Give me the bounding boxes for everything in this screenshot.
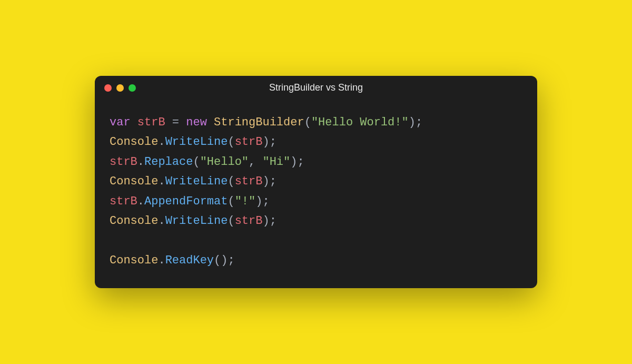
code-block: var strB = new StringBuilder("Hello Worl… xyxy=(95,100,537,288)
code-token: WriteLine xyxy=(165,135,228,149)
code-token: ); xyxy=(262,175,276,188)
code-token: ( xyxy=(228,214,234,228)
code-token: AppendFormat xyxy=(144,195,228,208)
code-window: StringBuilder vs String var strB = new S… xyxy=(95,76,537,288)
code-token: ( xyxy=(228,175,234,188)
code-line: strB.Replace("Hello", "Hi"); xyxy=(110,152,522,172)
code-token: "Hello World!" xyxy=(311,116,409,129)
code-token: . xyxy=(158,214,165,228)
code-token xyxy=(207,116,214,129)
code-line: Console.WriteLine(strB); xyxy=(110,172,522,191)
code-token: . xyxy=(158,254,165,267)
code-token: strB xyxy=(110,195,137,208)
zoom-icon[interactable] xyxy=(129,84,136,92)
code-token: WriteLine xyxy=(165,214,228,228)
code-line: Console.WriteLine(strB); xyxy=(110,211,522,231)
code-token: ( xyxy=(193,155,200,169)
code-token: "Hi" xyxy=(262,155,290,169)
code-token: ); xyxy=(290,155,304,169)
code-token: . xyxy=(137,155,144,169)
code-token: (); xyxy=(214,254,235,267)
code-token: , xyxy=(249,155,262,169)
code-token: strB xyxy=(110,155,137,169)
code-token: . xyxy=(158,135,165,149)
code-token: Console xyxy=(110,214,158,228)
code-token: ); xyxy=(262,214,276,228)
code-token: Console xyxy=(110,254,158,267)
titlebar: StringBuilder vs String xyxy=(95,76,537,100)
code-token: new xyxy=(186,116,207,129)
code-token: ( xyxy=(228,195,234,208)
code-token: ReadKey xyxy=(165,254,214,267)
code-token: Console xyxy=(110,175,158,188)
code-line: Console.ReadKey(); xyxy=(110,251,522,270)
code-token: WriteLine xyxy=(165,175,228,188)
code-token: ); xyxy=(255,195,269,208)
code-token: Console xyxy=(110,135,158,149)
code-token: = xyxy=(165,116,186,129)
code-token: . xyxy=(137,195,144,208)
code-token: var xyxy=(110,116,131,129)
code-token: "Hello" xyxy=(200,155,249,169)
code-token: "!" xyxy=(235,195,256,208)
code-token: ( xyxy=(228,135,234,149)
code-token xyxy=(131,116,137,129)
code-line: var strB = new StringBuilder("Hello Worl… xyxy=(110,113,522,132)
code-token: StringBuilder xyxy=(214,116,304,129)
code-token: ); xyxy=(409,116,422,129)
code-line xyxy=(110,231,522,250)
code-token: strB xyxy=(235,135,263,149)
code-token: ); xyxy=(262,135,276,149)
code-line: Console.WriteLine(strB); xyxy=(110,132,522,152)
code-token: . xyxy=(158,175,165,188)
close-icon[interactable] xyxy=(104,84,112,92)
code-token: Replace xyxy=(144,155,193,169)
code-token: strB xyxy=(235,214,263,228)
traffic-lights xyxy=(104,84,136,92)
code-token: strB xyxy=(235,175,263,188)
code-token: ( xyxy=(304,116,311,129)
code-line: strB.AppendFormat("!"); xyxy=(110,192,522,211)
window-title: StringBuilder vs String xyxy=(95,82,537,93)
minimize-icon[interactable] xyxy=(116,84,124,92)
code-token: strB xyxy=(137,116,165,129)
